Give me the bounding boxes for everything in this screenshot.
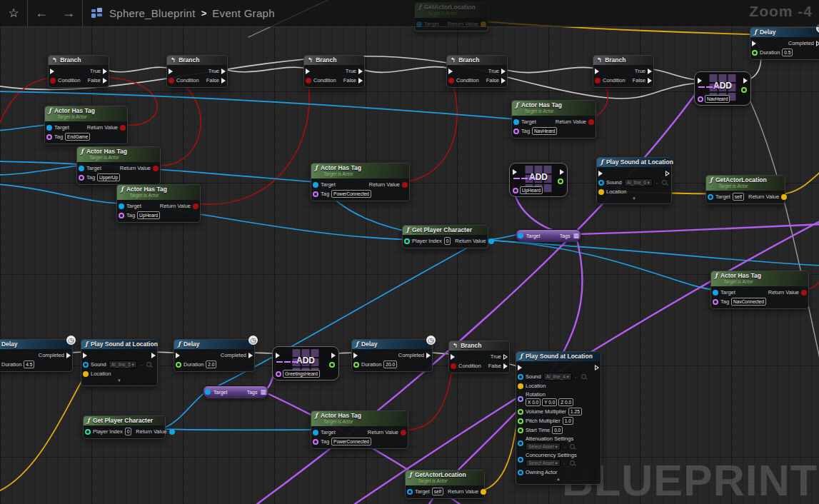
node-header[interactable]: ↰Branch [49, 56, 109, 65]
browse-icon[interactable] [570, 444, 575, 449]
return-value-pin[interactable] [402, 182, 408, 188]
exec-in-pin[interactable] [169, 69, 173, 74]
branch-node-5[interactable]: ↰Branch True ConditionFalse [593, 55, 654, 88]
tag-pin[interactable] [698, 96, 703, 102]
get-actor-location-node[interactable]: ƒGetActorLocationTarget is Actor Targets… [405, 470, 485, 499]
forward-button[interactable]: → [55, 6, 82, 21]
true-out-pin[interactable] [648, 69, 652, 74]
tag-pin[interactable] [513, 188, 518, 193]
volume-field[interactable]: 1.25 [568, 408, 582, 415]
node-header[interactable]: ƒActor Has TagTarget is Actor [711, 271, 808, 286]
duration-field[interactable]: 4.5 [24, 361, 34, 368]
sound-pin[interactable] [83, 362, 89, 368]
owning-actor-pin[interactable] [518, 470, 523, 475]
exec-in-pin[interactable] [50, 69, 54, 74]
rotation-z-field[interactable]: Z 0.0 [558, 398, 573, 406]
rotation-y-field[interactable]: Y 0.0 [542, 398, 557, 406]
exec-in-pin[interactable] [353, 353, 358, 358]
exec-out-pin[interactable] [331, 353, 336, 358]
tag-pin[interactable] [513, 128, 519, 134]
node-header[interactable]: ƒPlay Sound at Location [81, 340, 157, 349]
actor-has-tag-node[interactable]: ƒActor Has TagTarget is Actor TargetRetu… [44, 106, 128, 144]
tags-grid-icon[interactable]: ▦ [260, 389, 266, 395]
true-out-pin[interactable] [103, 69, 107, 74]
exec-in-pin[interactable] [306, 69, 310, 74]
false-out-pin[interactable] [221, 78, 226, 84]
reset-icon[interactable]: ← [574, 374, 579, 379]
tag-pin[interactable] [79, 175, 84, 181]
get-tags-pill-node[interactable]: Target Tags ▦ [203, 385, 268, 398]
duration-pin[interactable] [176, 362, 181, 368]
tag-value-field[interactable]: EndGame [65, 133, 90, 141]
start-time-pin[interactable] [518, 428, 523, 433]
target-pin[interactable] [46, 125, 52, 131]
duration-field[interactable]: 20.0 [383, 361, 397, 368]
completed-out-pin[interactable] [426, 353, 431, 358]
back-button[interactable]: ← [28, 6, 55, 21]
location-pin[interactable] [518, 383, 523, 389]
return-value-pin[interactable] [481, 489, 486, 495]
actor-has-tag-node[interactable]: ƒActor Has TagTarget is Actor TargetRetu… [511, 100, 596, 138]
tags-grid-icon[interactable]: ▦ [573, 233, 579, 239]
output-pin[interactable] [741, 87, 747, 93]
condition-pin[interactable] [451, 363, 456, 369]
condition-pin[interactable] [448, 78, 454, 84]
reset-icon[interactable]: ← [563, 460, 568, 465]
delay-node[interactable]: ◷ ƒDelay Completed Duration20.0 [351, 339, 433, 372]
get-actor-location-node[interactable]: ƒGetActorLocationTarget is Actor Targets… [705, 175, 785, 204]
node-header[interactable]: ƒDelay [0, 340, 72, 349]
duration-field[interactable]: 0.5 [782, 49, 793, 56]
exec-in-pin[interactable] [752, 41, 756, 46]
sound-pin[interactable] [598, 180, 604, 186]
branch-node-3[interactable]: ↰Branch True ConditionFalse [303, 55, 365, 88]
target-pin[interactable] [79, 166, 84, 171]
browse-icon[interactable] [581, 374, 586, 379]
tag-value-field[interactable]: UpperUp [97, 173, 120, 181]
delay-node[interactable]: ◷ ƒDelay Completed Duration2.0 [174, 339, 255, 372]
completed-out-pin[interactable] [66, 353, 71, 358]
return-value-pin[interactable] [401, 430, 406, 435]
node-header[interactable]: ↰Branch [593, 56, 653, 65]
node-header[interactable]: ↰Branch [449, 341, 509, 351]
true-out-pin[interactable] [501, 69, 506, 74]
breadcrumb-page[interactable]: Event Graph [212, 7, 275, 19]
location-pin[interactable] [83, 371, 89, 377]
condition-pin[interactable] [306, 78, 311, 84]
node-header[interactable]: ƒActor Has TagTarget is Actor [311, 411, 408, 426]
node-header[interactable]: ƒGet Player Character [84, 416, 165, 425]
target-pin[interactable] [518, 233, 523, 238]
node-header[interactable]: ƒDelay [174, 340, 254, 349]
condition-pin[interactable] [595, 78, 601, 84]
tag-container-pin[interactable] [698, 86, 720, 89]
completed-out-pin[interactable] [248, 353, 253, 358]
sound-pin[interactable] [518, 374, 523, 380]
expand-node-icon[interactable]: ▼ [597, 196, 671, 201]
reset-icon[interactable]: ← [139, 362, 144, 367]
tag-pin[interactable] [713, 299, 718, 305]
exec-in-pin[interactable] [276, 353, 280, 358]
return-value-pin[interactable] [588, 119, 594, 125]
sound-asset-dropdown[interactable]: AI_line_6 ▾ [624, 178, 653, 186]
concurrency-asset-dropdown[interactable]: Select Asset ▾ [526, 459, 561, 467]
exec-out-pin[interactable] [595, 365, 599, 371]
reset-icon[interactable]: ← [563, 444, 568, 449]
exec-out-pin[interactable] [560, 169, 564, 175]
target-pin[interactable] [313, 430, 318, 435]
breadcrumb-root[interactable]: Sphere_Blueprint [109, 7, 196, 19]
node-header[interactable]: ƒGetActorLocationTarget is Actor [406, 470, 484, 485]
tag-container-pin[interactable] [276, 361, 298, 363]
add-tag-macro-node[interactable]: ADD GreetingsHeard [272, 346, 339, 380]
branch-node-2[interactable]: ↰Branch True ConditionFalse [166, 55, 228, 88]
attenuation-pin[interactable] [518, 440, 523, 446]
target-self-field[interactable]: self [733, 193, 744, 201]
branch-node-4[interactable]: ↰Branch True ConditionFalse [446, 55, 508, 88]
exec-in-pin[interactable] [176, 353, 180, 358]
false-out-pin[interactable] [358, 78, 363, 84]
node-header[interactable]: ƒActor Has TagTarget is Actor [117, 185, 200, 200]
target-pin[interactable] [513, 119, 519, 125]
exec-in-pin[interactable] [451, 354, 455, 360]
play-sound-node[interactable]: ƒPlay Sound at Location SoundAI_line_5 ▾… [81, 339, 158, 386]
tag-value-field[interactable]: UpHeard [520, 186, 543, 194]
get-player-character-node[interactable]: ƒGet Player Character Player Index0Retur… [402, 225, 488, 248]
delay-node[interactable]: ◷ ƒDelay Completed Duration4.5 [0, 339, 73, 372]
